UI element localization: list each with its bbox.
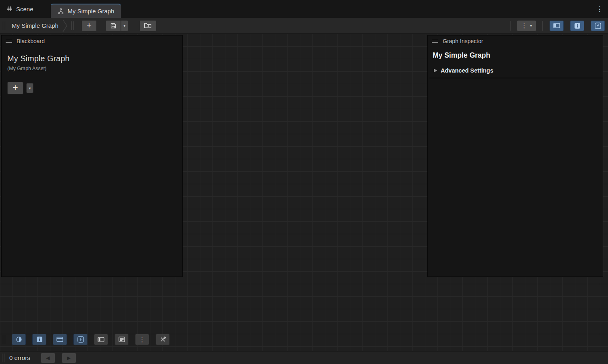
- advanced-settings-foldout[interactable]: Advanced Settings: [434, 67, 603, 74]
- toggle-blackboard-button[interactable]: [94, 334, 108, 345]
- drag-handle-icon: [6, 40, 12, 43]
- error-count-label: 0 errors: [9, 354, 30, 361]
- blackboard-header[interactable]: Blackboard: [2, 35, 182, 47]
- blackboard-panel-icon: [553, 23, 560, 28]
- previous-error-button[interactable]: ◀: [41, 353, 55, 363]
- blackboard-title: My Simple Graph: [7, 54, 177, 63]
- ellipsis-glyph: ⋮: [596, 5, 603, 13]
- graph-inspector-panel: Graph Inspector My Simple Graph Advanced…: [427, 35, 603, 277]
- toolbar-separator: [542, 21, 543, 31]
- toggle-console-button[interactable]: [115, 334, 129, 345]
- breadcrumb-chevron-icon: [62, 19, 68, 32]
- add-variable-button[interactable]: +: [7, 82, 23, 94]
- next-arrow-icon: ▶: [67, 355, 71, 361]
- plus-glyph: +: [87, 21, 92, 29]
- toggle-inspector-button[interactable]: [570, 21, 584, 31]
- blackboard-panel-icon: [98, 337, 104, 342]
- info-icon: [574, 23, 581, 29]
- toggle-blackboard-button[interactable]: [550, 21, 564, 31]
- half-circle-icon: [16, 336, 22, 343]
- graph-toolbar: My Simple Graph + ▾: [0, 18, 608, 34]
- foldout-arrow-icon: [434, 69, 437, 73]
- more-options-button[interactable]: ⋮: [135, 334, 149, 345]
- folder-icon: [144, 23, 152, 29]
- save-split-button: ▾: [106, 20, 128, 31]
- inspector-header-label: Graph Inspector: [443, 38, 483, 44]
- status-bar: 0 errors ◀ ▶: [0, 351, 608, 364]
- save-icon: [110, 23, 117, 29]
- blackboard-body: My Simple Graph (My Graph Asset) + ▾: [2, 47, 182, 97]
- blackboard-panel: Blackboard My Simple Graph (My Graph Ass…: [1, 35, 183, 277]
- inspector-title: My Simple Graph: [433, 51, 603, 60]
- toggle-preview-button[interactable]: [73, 334, 87, 345]
- blackboard-subtitle: (My Graph Asset): [7, 66, 177, 71]
- inspector-header[interactable]: Graph Inspector: [428, 35, 603, 47]
- toggle-window-button[interactable]: [53, 334, 67, 345]
- open-asset-button[interactable]: [140, 20, 156, 31]
- toolbar-drag-handle[interactable]: [3, 335, 5, 344]
- ellipsis-glyph: ⋮: [521, 22, 527, 29]
- toggle-info-button[interactable]: [32, 334, 46, 345]
- overflow-options-button[interactable]: ⋮ ▾: [517, 20, 536, 31]
- list-icon: [119, 337, 125, 342]
- save-dropdown-button[interactable]: ▾: [121, 20, 128, 31]
- view-options-toolbar: ⋮: [1, 333, 170, 345]
- toolbar-separator: [510, 21, 511, 31]
- window-menu-icon[interactable]: ⋮: [594, 0, 605, 18]
- toggle-preview-button[interactable]: [591, 21, 605, 31]
- window-icon: [56, 337, 63, 342]
- tab-scene-label: Scene: [16, 6, 33, 12]
- lightning-icon: [595, 23, 601, 29]
- breadcrumb-label: My Simple Graph: [12, 22, 58, 29]
- caret-down-icon: ▾: [29, 86, 31, 90]
- breadcrumb[interactable]: My Simple Graph: [5, 18, 68, 33]
- advanced-settings-label: Advanced Settings: [441, 67, 493, 74]
- plus-glyph: +: [12, 82, 18, 93]
- caret-down-icon: ▾: [123, 23, 125, 28]
- tab-graph-label: My Simple Graph: [68, 8, 115, 15]
- tab-scene[interactable]: Scene: [0, 0, 40, 18]
- save-button[interactable]: [106, 20, 121, 31]
- next-error-button[interactable]: ▶: [62, 353, 76, 363]
- tools-icon: [160, 336, 166, 343]
- info-icon: [36, 336, 43, 343]
- lightning-icon: [77, 336, 84, 343]
- toolbar-drag-handle[interactable]: [71, 21, 74, 30]
- drag-handle-icon: [432, 40, 438, 43]
- add-node-button[interactable]: +: [81, 20, 97, 31]
- graph-branch-icon: [58, 8, 64, 15]
- scene-grid-icon: [7, 6, 12, 12]
- prev-arrow-icon: ◀: [46, 355, 50, 361]
- tools-button[interactable]: [156, 334, 170, 345]
- statusbar-drag-handle[interactable]: [2, 354, 4, 362]
- inspector-separator: [429, 78, 603, 78]
- add-variable-dropdown-button[interactable]: ▾: [26, 83, 33, 93]
- blackboard-header-label: Blackboard: [17, 38, 45, 44]
- toggle-contrast-button[interactable]: [12, 334, 26, 345]
- blackboard-add-row: + ▾: [7, 82, 177, 94]
- ellipsis-glyph: ⋮: [139, 337, 145, 343]
- tab-graph[interactable]: My Simple Graph: [51, 4, 121, 18]
- window-tab-bar: Scene My Simple Graph ⋮: [0, 0, 608, 18]
- caret-down-icon: ▾: [530, 23, 532, 28]
